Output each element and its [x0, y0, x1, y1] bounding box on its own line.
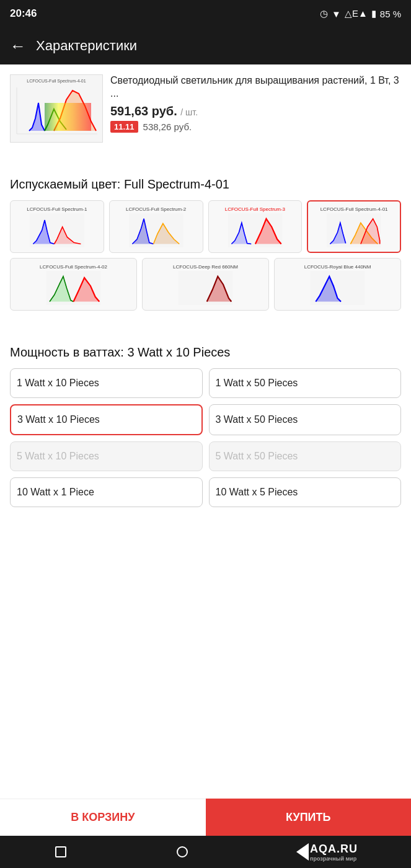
watt-option-6[interactable]: 10 Watt x 1 Piece: [10, 477, 203, 507]
watt-grid: 1 Watt x 10 Pieces 1 Watt x 50 Pieces 3 …: [10, 368, 401, 507]
signal-icon: △E▲: [345, 8, 368, 19]
product-price: 591,63 руб. / шт.: [110, 104, 401, 118]
main-content: LCFOCUS-Full Spectrum-4-01: [0, 64, 411, 588]
page-title: Характеристики: [36, 38, 137, 54]
color-thumb-3[interactable]: LCFOCUS-Full Spectrum-4-01: [307, 200, 401, 253]
nav-bar: AQA.RU прозрачный мир: [0, 836, 411, 868]
watt-option-5: 5 Watt x 50 Pieces: [209, 441, 402, 471]
product-image: LCFOCUS-Full Spectrum-4-01: [10, 74, 103, 143]
svg-rect-12: [56, 847, 66, 857]
spectrum-chart-3: [311, 213, 397, 247]
watt-option-4: 5 Watt x 10 Pieces: [10, 441, 203, 471]
alarm-icon: ◷: [320, 8, 328, 19]
spectrum-chart-5: [145, 271, 266, 305]
nav-logo-text: AQA.RU: [310, 843, 358, 856]
header: ← Характеристики: [0, 27, 411, 64]
watt-option-2[interactable]: 3 Watt x 10 Pieces: [10, 404, 203, 435]
spectrum-chart-4: [13, 271, 134, 305]
status-bar: 20:46 ◷ ▼ △E▲ ▮ 85 %: [0, 0, 411, 27]
promo-row: 11.11 538,26 руб.: [110, 121, 401, 133]
nav-logo-triangle: [296, 843, 309, 861]
color-thumb-0[interactable]: LCFOCUS-Full Spectrum-1: [10, 200, 104, 253]
nav-logo-sub: прозрачный мир: [310, 856, 356, 862]
nav-circle-icon[interactable]: [175, 844, 190, 859]
watt-section-title: Мощность в ваттах: 3 Watt x 10 Pieces: [10, 345, 401, 360]
svg-point-13: [177, 847, 187, 857]
color-thumb-2[interactable]: LCFOCUS-Full Spectrum-3: [208, 200, 303, 253]
color-section-title: Испускаемый цвет: Full Spectrum-4-01: [10, 177, 401, 192]
wifi-icon: ▼: [332, 9, 341, 19]
svg-text:LCFOCUS-Full Spectrum-4-01: LCFOCUS-Full Spectrum-4-01: [27, 79, 86, 84]
nav-logo[interactable]: AQA.RU прозрачный мир: [296, 843, 358, 862]
battery-level: 85 %: [380, 9, 401, 19]
watt-option-7[interactable]: 10 Watt x 5 Pieces: [209, 477, 402, 507]
add-to-cart-button[interactable]: В КОРЗИНУ: [0, 799, 206, 836]
color-thumb-1[interactable]: LCFOCUS-Full Spectrum-2: [109, 200, 203, 253]
color-grid-row2: LCFOCUS-Full Spectrum-4-02 LCFOCUS-Deep …: [10, 258, 401, 311]
spectrum-chart-1: [112, 213, 200, 247]
color-thumb-5[interactable]: LCFOCUS-Deep Red 660NM: [142, 258, 269, 311]
watt-option-1[interactable]: 1 Watt x 50 Pieces: [209, 368, 402, 398]
promo-price: 538,26 руб.: [143, 122, 192, 132]
status-icons: ◷ ▼ △E▲ ▮ 85 %: [320, 8, 401, 19]
color-grid-row1: LCFOCUS-Full Spectrum-1 LCFOCUS-Full Spe…: [10, 200, 401, 253]
buy-button[interactable]: КУПИТЬ: [206, 799, 412, 836]
back-button[interactable]: ←: [10, 37, 26, 56]
watt-option-0[interactable]: 1 Watt x 10 Pieces: [10, 368, 203, 398]
product-details: Светодиодный светильник для выращивания …: [110, 74, 401, 133]
color-thumb-6[interactable]: LCFOCUS-Royal Blue 440NM: [274, 258, 401, 311]
spectrum-chart-6: [277, 271, 398, 305]
color-thumb-4[interactable]: LCFOCUS-Full Spectrum-4-02: [10, 258, 137, 311]
svg-rect-4: [45, 103, 91, 131]
product-title: Светодиодный светильник для выращивания …: [110, 74, 401, 100]
product-info: LCFOCUS-Full Spectrum-4-01: [10, 74, 401, 143]
promo-badge: 11.11: [110, 121, 138, 133]
product-chart-svg: LCFOCUS-Full Spectrum-4-01: [11, 75, 102, 142]
watt-option-3[interactable]: 3 Watt x 50 Pieces: [209, 404, 402, 435]
battery-icon: ▮: [371, 8, 376, 19]
nav-square-icon[interactable]: [53, 844, 68, 859]
bottom-actions: В КОРЗИНУ КУПИТЬ: [0, 799, 411, 836]
status-time: 20:46: [10, 7, 37, 20]
spectrum-chart-2: [211, 213, 299, 247]
spectrum-chart-0: [13, 213, 101, 247]
